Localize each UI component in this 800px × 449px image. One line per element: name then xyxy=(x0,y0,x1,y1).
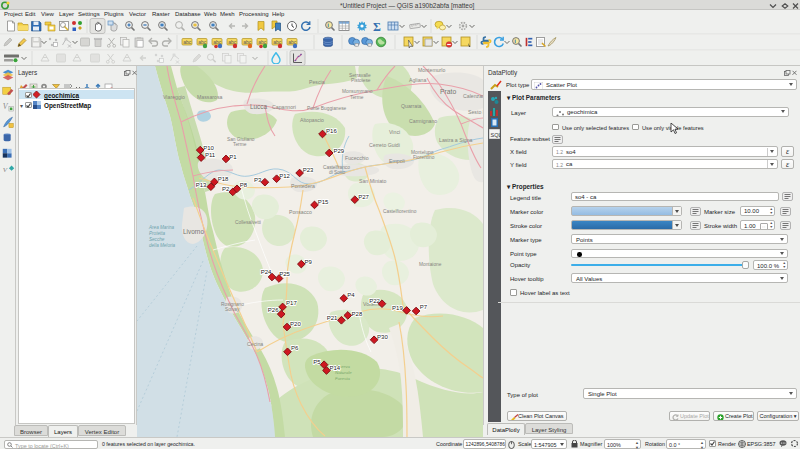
svg-text:P29: P29 xyxy=(333,148,344,154)
svg-text:Castelfiorentino: Castelfiorentino xyxy=(383,209,417,214)
svg-text:P10: P10 xyxy=(203,145,214,151)
svg-text:Foresta: Foresta xyxy=(335,376,350,381)
svg-text:Capannori: Capannori xyxy=(272,104,296,110)
svg-text:P19: P19 xyxy=(392,305,403,311)
svg-text:Pescia: Pescia xyxy=(309,79,325,85)
svg-text:Cerreto Guidi: Cerreto Guidi xyxy=(369,142,400,148)
svg-text:P30: P30 xyxy=(377,334,388,340)
svg-text:V: V xyxy=(3,102,9,111)
svg-text:P23: P23 xyxy=(303,167,314,173)
svg-text:Fucecchio: Fucecchio xyxy=(345,155,369,161)
svg-text:Prato: Prato xyxy=(440,88,456,95)
svg-text:Livorno: Livorno xyxy=(183,228,204,235)
svg-text:Empoli: Empoli xyxy=(389,158,405,164)
svg-text:Ponsacco: Ponsacco xyxy=(289,209,312,215)
svg-text:P16: P16 xyxy=(326,128,337,134)
svg-text:Montaione: Montaione xyxy=(419,262,442,267)
svg-text:Pistoiese: Pistoiese xyxy=(351,78,371,83)
svg-text:Ponte Buggianese: Ponte Buggianese xyxy=(307,106,347,111)
svg-text:P27: P27 xyxy=(358,194,369,200)
svg-text:V: V xyxy=(3,166,8,174)
svg-text:Collesalvetti: Collesalvetti xyxy=(235,220,261,225)
svg-text:Monsummano: Monsummano xyxy=(342,89,373,94)
svg-text:Viareggio: Viareggio xyxy=(163,94,185,100)
svg-text:Massarosa: Massarosa xyxy=(197,94,222,100)
svg-text:Calenzano: Calenzano xyxy=(463,93,483,99)
svg-text:P9: P9 xyxy=(305,259,313,265)
svg-text:Quarrata: Quarrata xyxy=(401,103,422,109)
svg-text:Vinci: Vinci xyxy=(389,129,400,135)
svg-text:P26: P26 xyxy=(268,307,279,313)
svg-text:P21: P21 xyxy=(327,315,338,321)
svg-text:P7: P7 xyxy=(420,304,428,310)
svg-text:SQL: SQL xyxy=(491,132,501,138)
svg-text:Altopascio: Altopascio xyxy=(300,117,324,123)
svg-text:P2: P2 xyxy=(222,186,230,192)
svg-text:Secche: Secche xyxy=(149,237,165,242)
svg-text:Cecina: Cecina xyxy=(247,341,263,347)
svg-text:P1: P1 xyxy=(229,154,237,160)
svg-text:Fiorentino: Fiorentino xyxy=(413,155,435,160)
svg-text:Solvay: Solvay xyxy=(225,307,240,312)
svg-text:Area Marina: Area Marina xyxy=(148,225,174,230)
svg-text:P5: P5 xyxy=(313,359,321,365)
svg-text:Carmignano: Carmignano xyxy=(409,118,437,124)
svg-text:P15: P15 xyxy=(318,199,329,205)
svg-text:P13: P13 xyxy=(196,182,207,188)
svg-text:P6: P6 xyxy=(291,345,299,351)
svg-text:Sesto F: Sesto F xyxy=(468,109,483,115)
svg-text:Agliana: Agliana xyxy=(409,77,426,83)
svg-text:della Meloria: della Meloria xyxy=(149,243,175,248)
svg-text:P12: P12 xyxy=(279,173,290,179)
svg-text:P20: P20 xyxy=(290,321,301,327)
svg-text:Lastra a Signa: Lastra a Signa xyxy=(439,137,473,143)
svg-text:Terme: Terme xyxy=(350,95,364,100)
svg-text:P28: P28 xyxy=(352,311,363,317)
svg-text:Protetta: Protetta xyxy=(149,231,166,236)
svg-text:Pontedera: Pontedera xyxy=(291,183,315,189)
svg-text:P14: P14 xyxy=(329,365,340,371)
svg-text:San Miniato: San Miniato xyxy=(359,178,387,184)
svg-text:di Sotto: di Sotto xyxy=(329,170,346,175)
svg-text:Lucca: Lucca xyxy=(250,103,267,110)
svg-text:Montemurlo: Montemurlo xyxy=(418,67,446,73)
svg-text:P8: P8 xyxy=(240,182,248,188)
svg-text:P11: P11 xyxy=(205,152,216,158)
svg-text:P3: P3 xyxy=(254,177,262,183)
svg-text:Terme: Terme xyxy=(233,142,247,147)
svg-text:P18: P18 xyxy=(218,176,229,182)
svg-text:P4: P4 xyxy=(347,292,355,298)
svg-text:P17: P17 xyxy=(286,300,297,306)
